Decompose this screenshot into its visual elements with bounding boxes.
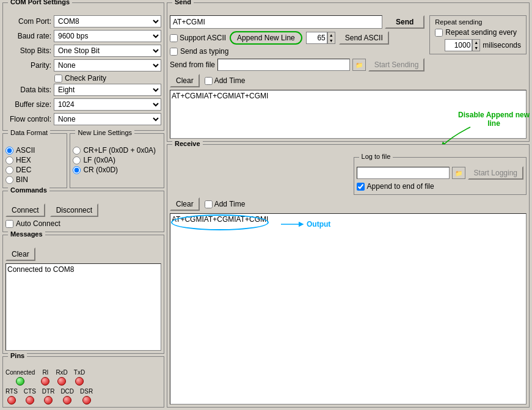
append-new-line-button[interactable]: Append New Line (230, 31, 302, 45)
com-port-settings-panel: COM Port Settings Com Port: COM8 Baud ra… (2, 2, 164, 131)
ascii-radio[interactable] (5, 147, 13, 155)
check-parity-checkbox[interactable] (54, 75, 62, 82)
send-button[interactable]: Send (385, 15, 425, 29)
new-line-title: New Line Settings (75, 129, 134, 136)
baud-rate-label: Baud rate: (5, 32, 51, 40)
flow-control-label: Flow control: (5, 115, 51, 123)
cr-label: CR (0x0D) (83, 166, 118, 174)
append-to-end-checkbox[interactable] (357, 183, 365, 191)
dec-radio[interactable] (5, 166, 13, 174)
data-bits-label: Data bits: (5, 86, 51, 94)
pin-dtr: DTR (42, 388, 55, 405)
append-to-end-label: Append to end of file (367, 182, 434, 191)
start-logging-button[interactable]: Start Logging (468, 166, 523, 180)
led-dsr (82, 396, 91, 405)
send-as-typing-checkbox[interactable] (170, 48, 178, 56)
send-panel: Send Send Support ASCI (167, 2, 530, 142)
interval-input[interactable] (445, 39, 472, 51)
led-rts (7, 396, 16, 405)
messages-clear-button[interactable]: Clear (5, 247, 35, 261)
pin-dcd: DCD (60, 388, 74, 405)
add-time-send-label: Add Time (214, 76, 246, 85)
new-line-settings-panel: New Line Settings CR+LF (0x0D + 0x0A) LF… (70, 133, 164, 188)
send-clear-button[interactable]: Clear (170, 74, 200, 87)
hex-label: HEX (16, 156, 31, 164)
send-content-area: AT+CGMIAT+CGMIAT+CGMI (170, 90, 527, 139)
pin-txd: TxD (74, 369, 85, 386)
spin-down[interactable]: ▼ (328, 38, 335, 43)
interval-spin-down[interactable]: ▼ (473, 45, 479, 51)
stop-bits-select[interactable]: One Stop Bit (54, 45, 161, 57)
ascii-label: ASCII (16, 146, 35, 155)
log-browse-button[interactable]: 📁 (452, 167, 465, 179)
send-from-file-input[interactable] (217, 59, 350, 71)
commands-title: Commands (8, 186, 49, 194)
repeat-sending-box: Repeat sending Repeat sending every ▲ ▼ (429, 15, 527, 54)
led-dcd (63, 396, 71, 405)
pin-ri: RI (41, 369, 49, 386)
log-file-input[interactable] (357, 167, 450, 179)
support-ascii-checkbox[interactable] (170, 34, 178, 42)
bin-label: BIN (16, 175, 28, 184)
parity-select[interactable]: None (54, 59, 161, 71)
crlf-radio[interactable] (73, 147, 81, 155)
crlf-label: CR+LF (0x0D + 0x0A) (83, 146, 156, 155)
pin-dsr: DSR (80, 388, 93, 405)
add-time-receive-checkbox[interactable] (205, 200, 213, 208)
pins-panel: Pins Connected RI RxD (2, 356, 164, 408)
stop-bits-label: Stop Bits: (5, 46, 51, 55)
receive-panel: Receive Log to file 📁 Start Logging (167, 144, 530, 408)
lf-label: LF (0x0A) (83, 156, 115, 164)
cr-radio[interactable] (73, 166, 81, 174)
start-sending-button[interactable]: Start Sending (368, 58, 425, 71)
log-to-file-label: Log to file (359, 153, 393, 160)
send-input[interactable] (170, 15, 382, 29)
ascii-value-input[interactable] (306, 32, 327, 44)
messages-text: Connected to COM8 (7, 265, 74, 274)
led-connected (16, 377, 24, 386)
com-port-settings-title: COM Port Settings (8, 0, 72, 5)
pin-rxd: RxD (56, 369, 67, 386)
com-port-select[interactable]: COM8 (54, 15, 161, 27)
check-parity-label: Check Parity (65, 74, 106, 82)
support-ascii-label: Support ASCII (180, 34, 226, 42)
messages-panel: Messages Clear Connected to COM8 (2, 235, 164, 354)
data-bits-select[interactable]: Eight (54, 84, 161, 96)
ascii-spinbox[interactable]: ▲ ▼ (306, 32, 335, 44)
lf-radio[interactable] (73, 156, 81, 164)
dec-label: DEC (16, 166, 31, 174)
repeat-sending-title: Repeat sending (435, 18, 521, 26)
buffer-size-label: Buffer size: (5, 100, 51, 109)
bin-radio[interactable] (5, 176, 13, 184)
repeat-sending-checkbox[interactable] (435, 29, 443, 37)
baud-rate-select[interactable]: 9600 bps (54, 30, 161, 42)
flow-control-select[interactable]: None (54, 113, 161, 125)
messages-title: Messages (8, 230, 45, 238)
receive-clear-button[interactable]: Clear (170, 197, 200, 211)
auto-connect-checkbox[interactable] (5, 220, 13, 228)
send-from-file-browse-button[interactable]: 📁 (352, 59, 366, 71)
pin-cts: CTS (24, 388, 36, 405)
send-title: Send (172, 0, 194, 5)
commands-panel: Commands Connect Disconnect Auto Connect (2, 191, 164, 232)
led-rxd (57, 377, 66, 386)
interval-spinbox[interactable]: ▲ ▼ (445, 39, 480, 51)
auto-connect-label: Auto Connect (16, 219, 60, 228)
add-time-send-checkbox[interactable] (205, 77, 213, 85)
pins-title: Pins (8, 352, 27, 359)
data-format-panel: Data Format ASCII HEX DEC BIN (2, 133, 67, 188)
spin-up[interactable]: ▲ (328, 32, 335, 38)
interval-spin-up[interactable]: ▲ (473, 40, 479, 45)
hex-radio[interactable] (5, 156, 13, 164)
repeat-sending-label: Repeat sending every (445, 28, 517, 37)
send-as-typing-label: Send as typing (180, 47, 228, 56)
connect-button[interactable]: Connect (5, 203, 45, 217)
miliseconds-label: miliseconds (483, 41, 521, 49)
parity-label: Parity: (5, 61, 51, 70)
buffer-size-select[interactable]: 1024 (54, 98, 161, 111)
receive-content-text: AT+CGMIAT+CGMIAT+CGMI (172, 215, 268, 224)
send-ascii-button[interactable]: Send ASCII (339, 31, 389, 45)
led-cts (26, 396, 34, 405)
disconnect-button[interactable]: Disconnect (50, 203, 98, 217)
add-time-receive-label: Add Time (214, 200, 246, 208)
